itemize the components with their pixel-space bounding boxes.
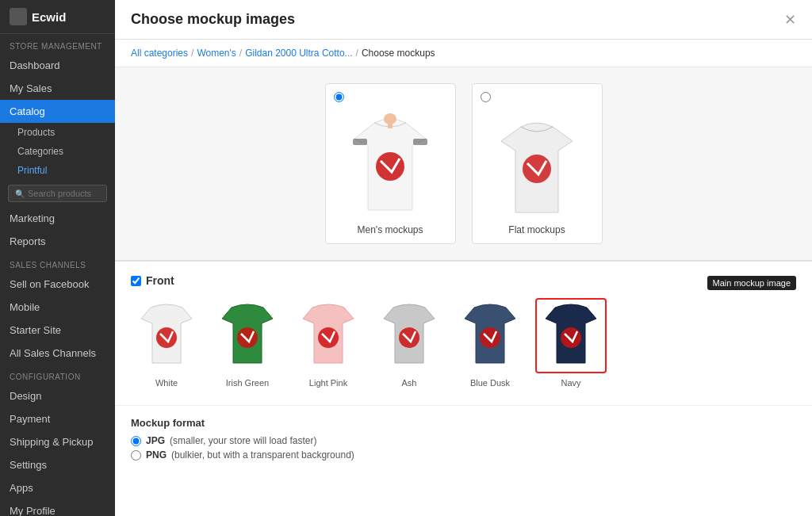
sidebar-sub-products[interactable]: Products [0,123,115,142]
shirt-ash-icon [377,301,441,371]
breadcrumb-all-categories[interactable]: All categories [131,48,188,59]
sidebar-item-settings[interactable]: Settings [0,453,115,476]
svg-point-6 [156,327,177,348]
sidebar-item-design[interactable]: Design [0,384,115,407]
flat-mockup-label: Flat mockups [508,224,565,235]
modal-area: Choose mockup images ✕ All categories / … [115,0,812,516]
sidebar-item-my-sales[interactable]: My Sales [0,77,115,100]
format-png-label: PNG [146,449,167,461]
flat-mockup-image [485,107,588,218]
sidebar-item-dashboard[interactable]: Dashboard [0,54,115,77]
sidebar-logo: Ecwid [0,0,115,34]
swatch-white-label: White [155,378,178,388]
svg-point-1 [384,113,396,124]
breadcrumb-gildan[interactable]: Gildan 2000 Ultra Cotto... [245,48,352,59]
mockup-card-flat[interactable]: Flat mockups [472,83,603,244]
front-checkbox[interactable] [131,276,141,286]
mockup-type-section: Men's mockups Flat mockups [115,67,812,262]
swatch-shirt-blue-dusk [454,298,526,373]
sidebar-sub-categories[interactable]: Categories [0,142,115,161]
shirt-white-icon [135,301,198,371]
format-jpg-option[interactable]: JPG (smaller, your store will load faste… [131,435,796,446]
mockup-type-radio-mens[interactable] [334,92,344,102]
main-mockup-badge-container: Main mockup image [707,276,796,293]
swatch-blue-dusk[interactable]: Blue Dusk [454,298,526,388]
sidebar-item-apps[interactable]: Apps [0,476,115,499]
breadcrumb-sep-3: / [356,48,358,59]
breadcrumb-sep-1: / [191,48,193,59]
swatch-navy-label: Navy [561,378,580,388]
breadcrumb-sep-2: / [239,48,242,59]
mens-mockup-image [339,107,442,218]
format-png-desc: (bulkier, but with a transparent backgro… [171,449,354,461]
swatch-shirt-white [131,298,202,373]
swatch-shirt-navy [535,298,607,373]
swatch-ash-label: Ash [402,378,417,388]
catalog-label: Catalog [10,105,45,117]
modal-title: Choose mockup images [131,11,295,28]
format-jpg-desc: (smaller, your store will load faster) [170,435,316,446]
swatch-light-pink[interactable]: Light Pink [293,298,364,388]
svg-point-8 [318,327,339,348]
svg-point-10 [480,327,500,348]
main-content: Choose mockup images ✕ All categories / … [115,0,812,516]
breadcrumb-current: Choose mockups [362,48,435,59]
modal-header: Choose mockup images ✕ [115,0,812,40]
swatch-white[interactable]: White [131,298,202,388]
shirt-navy-icon [539,301,603,371]
store-management-label: Store management [0,34,115,54]
breadcrumb-womens[interactable]: Women's [197,48,236,59]
format-jpg-radio[interactable] [131,436,141,446]
swatches-container: Main mockup image White [131,298,796,392]
format-title: Mockup format [131,417,796,429]
svg-point-7 [237,327,258,348]
sidebar-item-reports[interactable]: Reports [0,230,115,253]
sidebar-sub-printful[interactable]: Printful [0,161,115,180]
front-label: Front [146,274,174,287]
format-png-radio[interactable] [131,450,141,461]
dashboard-label: Dashboard [10,59,60,71]
shirt-light-pink-icon [297,301,360,371]
mens-mockup-label: Men's mockups [358,224,423,235]
sidebar-item-all-sales-channels[interactable]: All Sales Channels [0,342,115,365]
svg-rect-2 [388,124,393,128]
sidebar-item-my-profile[interactable]: My Profile [0,499,115,516]
swatch-irish-green[interactable]: Irish Green [212,298,283,388]
swatch-navy[interactable]: Navy [535,298,607,388]
sidebar-item-marketing[interactable]: Marketing [0,207,115,230]
mockup-card-mens[interactable]: Men's mockups [325,83,456,244]
search-box[interactable]: 🔍 [8,185,107,202]
format-png-option[interactable]: PNG (bulkier, but with a transparent bac… [131,449,796,461]
format-jpg-label: JPG [146,435,165,446]
search-icon: 🔍 [15,189,25,198]
swatch-shirt-light-pink [293,298,364,373]
logo-text: Ecwid [32,10,66,24]
sidebar-item-shipping-pickup[interactable]: Shipping & Pickup [0,430,115,453]
main-mockup-badge: Main mockup image [707,276,796,290]
search-input[interactable] [28,189,100,198]
shirt-blue-dusk-icon [458,301,522,371]
configuration-label: Configuration [0,365,115,384]
svg-rect-3 [353,139,367,145]
color-swatches: White Irish Green [131,298,796,392]
sidebar-item-mobile[interactable]: Mobile [0,296,115,319]
swatch-light-pink-label: Light Pink [309,378,347,388]
sidebar-item-payment[interactable]: Payment [0,407,115,430]
swatch-blue-dusk-label: Blue Dusk [470,378,510,388]
front-header: Front [131,274,796,287]
svg-point-9 [399,327,419,348]
swatch-ash[interactable]: Ash [373,298,445,388]
sales-channels-label: Sales channels [0,253,115,273]
svg-rect-4 [413,139,427,145]
logo-icon [10,8,27,25]
swatch-irish-green-label: Irish Green [226,378,269,388]
breadcrumb: All categories / Women's / Gildan 2000 U… [115,40,812,67]
sidebar-item-sell-facebook[interactable]: Sell on Facebook [0,273,115,296]
sidebar-item-starter-site[interactable]: Starter Site [0,319,115,342]
sidebar-item-catalog[interactable]: Catalog [0,100,115,123]
mockup-type-radio-flat[interactable] [481,92,491,102]
swatch-shirt-ash [373,298,445,373]
close-button[interactable]: ✕ [784,13,796,27]
svg-point-5 [523,155,551,183]
svg-point-0 [376,152,404,181]
